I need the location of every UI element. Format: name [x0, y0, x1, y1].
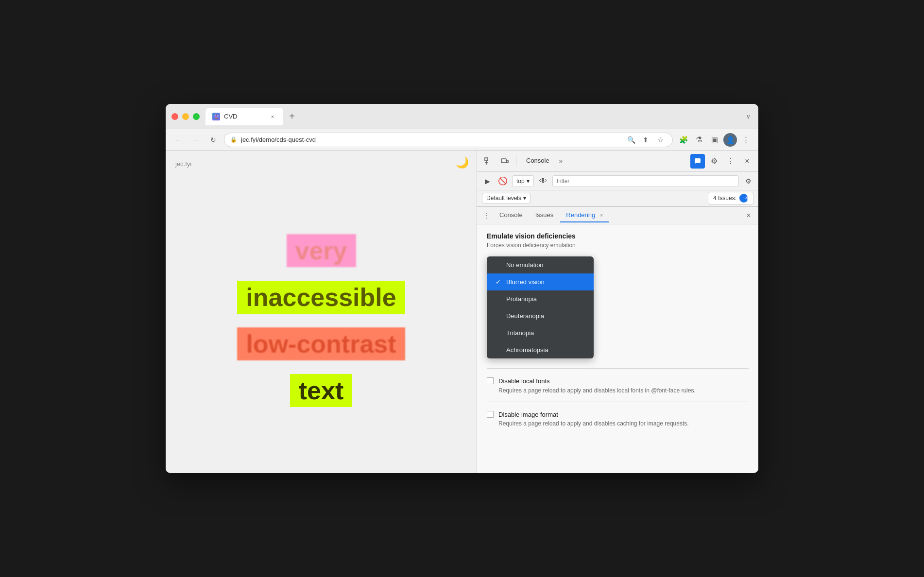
- checkbox-row-fonts: Disable local fonts Requires a page relo…: [487, 376, 749, 394]
- tab-favicon: 🔮: [212, 113, 220, 120]
- devtools-settings-button[interactable]: ⚙: [707, 154, 721, 169]
- tabs-bar: ⋮ Console Issues Rendering × ×: [477, 207, 758, 224]
- dropdown-label-achromatopsia: Achromatopsia: [506, 346, 548, 354]
- disable-image-label-group: Disable image format Requires a page rel…: [498, 410, 689, 427]
- layout-button[interactable]: ▣: [708, 133, 721, 147]
- inspector-button[interactable]: [481, 154, 496, 169]
- tab-close-button[interactable]: ×: [269, 113, 276, 120]
- tab-rendering-label: Rendering: [566, 211, 595, 219]
- devtools-panel: Console » ⚙ ⋮ × ▶ 🚫 top ▾: [477, 151, 758, 473]
- devtools-more-button[interactable]: ⋮: [723, 154, 738, 169]
- dropdown-item-no-emulation[interactable]: No emulation: [487, 256, 594, 273]
- svg-rect-5: [695, 158, 701, 163]
- console-settings-button[interactable]: ⚙: [742, 175, 754, 187]
- more-tabs-button[interactable]: »: [557, 157, 565, 165]
- dropdown-label-no-emulation: No emulation: [506, 261, 544, 269]
- flask-button[interactable]: ⚗: [692, 133, 706, 147]
- menu-button[interactable]: ⋮: [739, 133, 753, 147]
- svg-rect-3: [501, 159, 506, 163]
- extensions-button[interactable]: 🧩: [677, 133, 690, 147]
- url-text: jec.fyi/demo/cds-quest-cvd: [241, 136, 621, 143]
- maximize-window-button[interactable]: [193, 113, 200, 120]
- check-blurred-vision: ✓: [496, 278, 502, 286]
- word-inaccessible: inaccessible: [237, 281, 405, 314]
- new-tab-button[interactable]: +: [285, 110, 299, 123]
- bookmark-button[interactable]: ☆: [654, 134, 667, 146]
- issues-bar: Default levels ▾ 4 Issues: 4: [477, 190, 758, 207]
- vision-emulation-dropdown[interactable]: No emulation ✓ Blurred vision Protanopia: [487, 256, 594, 358]
- filter-input[interactable]: [552, 175, 739, 187]
- disable-image-format-checkbox[interactable]: [487, 411, 494, 418]
- default-levels-arrow: ▾: [523, 195, 526, 202]
- svg-rect-0: [485, 158, 488, 161]
- tab-console[interactable]: Console: [494, 208, 529, 222]
- title-bar: 🔮 CVD × + ∨: [166, 104, 758, 129]
- default-levels-button[interactable]: Default levels ▾: [482, 193, 530, 204]
- section-subtitle: Forces vision deficiency emulation: [487, 242, 749, 249]
- browser-tab[interactable]: 🔮 CVD ×: [205, 108, 283, 125]
- tabs-more-button[interactable]: ⋮: [481, 210, 493, 221]
- disable-fonts-sublabel: Requires a page reload to apply and disa…: [498, 387, 696, 394]
- tab-console-label: Console: [499, 211, 523, 219]
- console-bar: ▶ 🚫 top ▾ 👁 ⚙: [477, 172, 758, 190]
- default-levels-label: Default levels: [486, 195, 521, 202]
- issues-count-badge[interactable]: 4 Issues: 4: [708, 192, 753, 204]
- address-input[interactable]: 🔒 jec.fyi/demo/cds-quest-cvd 🔍 ⬆ ☆: [224, 133, 673, 147]
- message-icon[interactable]: [690, 154, 705, 169]
- webpage: jec.fyi 🌙 very inaccessible low-contrast…: [166, 151, 477, 473]
- issues-count-label: 4 Issues:: [713, 195, 736, 202]
- disable-fonts-label: Disable local fonts: [498, 376, 696, 386]
- tab-issues[interactable]: Issues: [530, 208, 560, 222]
- tab-dropdown-button[interactable]: ∨: [744, 111, 753, 122]
- checkbox-section-1: Disable local fonts Requires a page relo…: [487, 376, 749, 394]
- disable-image-sublabel: Requires a page reload to apply and disa…: [498, 420, 689, 427]
- word-very: very: [287, 234, 356, 267]
- search-button[interactable]: 🔍: [625, 134, 637, 146]
- minimize-window-button[interactable]: [182, 113, 189, 120]
- context-selector[interactable]: top ▾: [512, 175, 534, 187]
- main-content: jec.fyi 🌙 very inaccessible low-contrast…: [166, 151, 758, 473]
- theme-toggle-button[interactable]: 🌙: [456, 156, 469, 169]
- devtools-body: Emulate vision deficiencies Forces visio…: [477, 224, 758, 473]
- tab-title: CVD: [224, 113, 237, 120]
- issues-number: 4: [739, 194, 748, 203]
- devtools-close-button[interactable]: ×: [740, 154, 754, 169]
- dropdown-label-blurred-vision: Blurred vision: [506, 278, 545, 286]
- share-button[interactable]: ⬆: [639, 134, 652, 146]
- tab-issues-label: Issues: [535, 211, 554, 219]
- rendering-close-button[interactable]: ×: [600, 212, 603, 218]
- console-tab-header[interactable]: Console: [520, 154, 555, 168]
- dropdown-item-achromatopsia[interactable]: Achromatopsia: [487, 341, 594, 358]
- disable-fonts-checkbox[interactable]: [487, 377, 494, 384]
- dropdown-label-deuteranopia: Deuteranopia: [506, 312, 544, 320]
- toolbar-right: 🧩 ⚗ ▣ 👤 ⋮: [677, 133, 753, 147]
- dropdown-item-protanopia[interactable]: Protanopia: [487, 290, 594, 307]
- eye-button[interactable]: 👁: [537, 175, 549, 187]
- section-title: Emulate vision deficiencies: [487, 232, 749, 240]
- tab-rendering[interactable]: Rendering ×: [560, 208, 609, 222]
- dropdown-label-tritanopia: Tritanopia: [506, 329, 534, 337]
- reload-button[interactable]: ↻: [206, 133, 220, 147]
- separator-2: [487, 402, 749, 402]
- disable-fonts-label-group: Disable local fonts Requires a page relo…: [498, 376, 696, 394]
- lock-icon: 🔒: [230, 136, 237, 143]
- back-button[interactable]: ←: [171, 133, 185, 147]
- dropdown-item-blurred-vision[interactable]: ✓ Blurred vision: [487, 273, 594, 290]
- svg-rect-6: [740, 196, 744, 199]
- responsive-button[interactable]: [497, 154, 512, 169]
- dropdown-item-tritanopia[interactable]: Tritanopia: [487, 324, 594, 341]
- devtools-header: Console » ⚙ ⋮ ×: [477, 151, 758, 172]
- dropdown-label-protanopia: Protanopia: [506, 295, 537, 303]
- tab-bar: 🔮 CVD × + ∨: [205, 108, 753, 125]
- checkbox-section-2: Disable image format Requires a page rel…: [487, 410, 749, 427]
- context-label: top: [516, 178, 525, 185]
- console-play-button[interactable]: ▶: [481, 175, 494, 187]
- vision-emulation-dropdown-container: No emulation ✓ Blurred vision Protanopia: [487, 256, 749, 358]
- svg-rect-4: [506, 160, 508, 163]
- dropdown-item-deuteranopia[interactable]: Deuteranopia: [487, 307, 594, 324]
- close-window-button[interactable]: [171, 113, 178, 120]
- close-all-tabs-button[interactable]: ×: [743, 210, 754, 221]
- forward-button[interactable]: →: [189, 133, 203, 147]
- profile-button[interactable]: 👤: [723, 133, 737, 147]
- console-clear-button[interactable]: 🚫: [496, 175, 509, 187]
